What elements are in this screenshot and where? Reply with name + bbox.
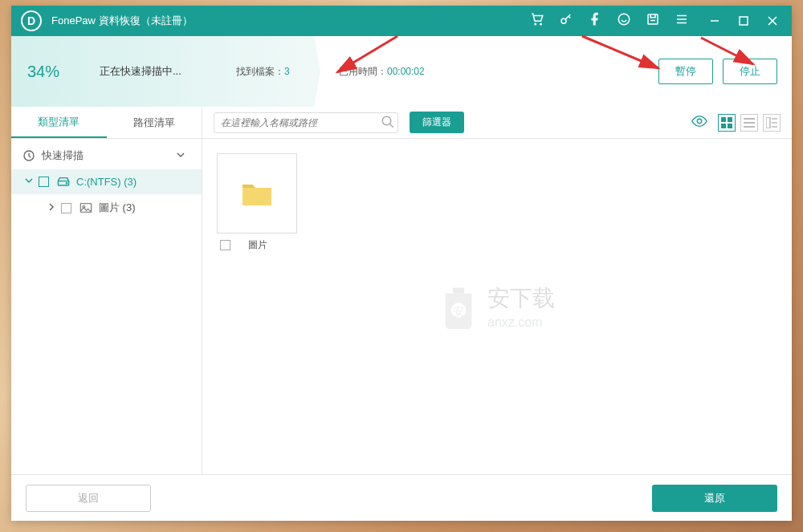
view-detail-button[interactable]: [763, 114, 781, 132]
svg-rect-16: [728, 124, 732, 128]
svg-point-2: [561, 18, 566, 23]
main-content: 類型清單 路徑清單 快速掃描 C:(NTFS) (3): [11, 107, 792, 474]
chevron-right-icon: [47, 202, 58, 214]
checkbox[interactable]: [39, 177, 49, 187]
app-logo-icon: D: [21, 10, 42, 31]
titlebar-actions: [530, 12, 689, 30]
chevron-down-icon: [24, 176, 35, 188]
svg-point-0: [535, 23, 536, 25]
tab-type-list[interactable]: 類型清單: [11, 107, 107, 138]
pause-button[interactable]: 暫停: [658, 59, 713, 84]
clock-icon: [22, 149, 35, 162]
save-icon[interactable]: [646, 12, 660, 30]
tree-item-drive-c[interactable]: C:(NTFS) (3): [11, 169, 202, 194]
minimize-button[interactable]: [705, 11, 724, 30]
back-button[interactable]: 返回: [26, 485, 151, 512]
content-toolbar: 篩選器: [202, 107, 792, 139]
chat-icon[interactable]: [617, 12, 631, 30]
filter-button[interactable]: 篩選器: [410, 112, 464, 133]
svg-rect-4: [648, 14, 658, 24]
drive-icon: [57, 177, 70, 188]
tree-view: 快速掃描 C:(NTFS) (3) 圖片 (3): [11, 139, 202, 221]
progress-percent: 34%: [27, 63, 75, 81]
image-icon: [79, 202, 92, 213]
tree-item-images[interactable]: 圖片 (3): [11, 194, 202, 221]
app-title: FonePaw 資料恢復（未註冊）: [51, 14, 530, 28]
checkbox[interactable]: [61, 203, 71, 213]
svg-rect-13: [721, 117, 726, 122]
stop-button[interactable]: 停止: [723, 59, 777, 84]
tree-item-quick-scan[interactable]: 快速掃描: [11, 142, 202, 169]
view-grid-button[interactable]: [718, 114, 736, 132]
titlebar: D FonePaw 資料恢復（未註冊）: [11, 6, 792, 36]
chevron-down-icon: [176, 150, 187, 162]
tab-path-list[interactable]: 路徑清單: [107, 107, 202, 138]
folder-item[interactable]: 圖片: [217, 153, 297, 252]
menu-icon[interactable]: [675, 12, 689, 30]
search-box: [214, 112, 398, 133]
search-input[interactable]: [214, 112, 398, 133]
close-button[interactable]: [763, 11, 782, 30]
svg-point-12: [697, 119, 702, 124]
folder-checkbox[interactable]: [220, 240, 230, 250]
scanning-status: 正在快速掃描中...: [100, 64, 181, 79]
svg-point-8: [66, 182, 67, 183]
search-icon[interactable]: [381, 115, 395, 132]
content-area: 篩選器 圖片: [202, 107, 792, 474]
svg-rect-14: [728, 117, 732, 122]
key-icon[interactable]: [559, 12, 573, 30]
preview-icon[interactable]: [691, 112, 708, 133]
footer: 返回 還原: [11, 474, 792, 521]
sidebar-tabs: 類型清單 路徑清單: [11, 107, 202, 139]
svg-rect-17: [766, 117, 770, 128]
svg-rect-5: [740, 17, 748, 25]
svg-point-1: [540, 23, 542, 25]
sidebar: 類型清單 路徑清單 快速掃描 C:(NTFS) (3): [11, 107, 202, 474]
scan-progress-bar: 34% 正在快速掃描中... 找到檔案：3 已用時間：00:00:02 暫停 停…: [11, 36, 792, 107]
file-grid: 圖片 安 安下载 anxz.com: [202, 139, 792, 474]
file-count: 找到檔案：3: [236, 65, 290, 79]
folder-label: 圖片: [248, 238, 267, 252]
svg-point-11: [382, 116, 391, 125]
view-controls: [691, 112, 781, 133]
watermark: 安 安下载 anxz.com: [439, 283, 555, 330]
cart-icon[interactable]: [530, 12, 544, 30]
svg-rect-15: [721, 124, 726, 128]
svg-point-3: [618, 14, 630, 25]
app-window: D FonePaw 資料恢復（未註冊） 34% 正在快速掃描中... 找到檔案：…: [11, 6, 792, 521]
window-controls: [705, 11, 782, 30]
folder-thumbnail: [217, 153, 297, 234]
restore-button[interactable]: 還原: [652, 485, 777, 512]
svg-text:安: 安: [453, 305, 464, 318]
view-list-button[interactable]: [740, 114, 758, 132]
svg-point-18: [451, 303, 467, 318]
elapsed-time: 已用時間：00:00:02: [339, 65, 425, 79]
maximize-button[interactable]: [734, 11, 753, 30]
facebook-icon[interactable]: [588, 12, 602, 30]
